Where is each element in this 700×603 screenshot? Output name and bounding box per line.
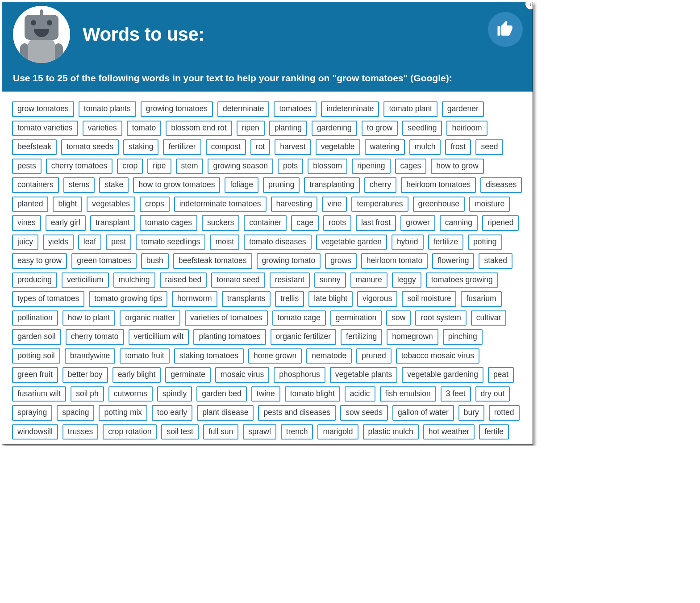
keyword-tag[interactable]: early blight [112, 367, 161, 383]
keyword-tag[interactable]: tomato plants [79, 101, 136, 117]
keyword-tag[interactable]: bush [141, 253, 169, 269]
keyword-tag[interactable]: suckers [202, 215, 239, 231]
keyword-tag[interactable]: windowsill [12, 424, 58, 440]
keyword-tag[interactable]: fertilizer [163, 139, 201, 155]
keyword-tag[interactable]: transplants [222, 291, 271, 307]
keyword-tag[interactable]: plastic mulch [363, 424, 419, 440]
keyword-tag[interactable]: watering [365, 139, 405, 155]
keyword-tag[interactable]: transplant [90, 215, 135, 231]
keyword-tag[interactable]: tomato [127, 121, 162, 136]
keyword-tag[interactable]: verticillium wilt [129, 329, 189, 345]
keyword-tag[interactable]: leaf [78, 234, 101, 250]
keyword-tag[interactable]: phosphorus [274, 367, 325, 383]
keyword-tag[interactable]: tomato plant [383, 101, 437, 117]
keyword-tag[interactable]: last frost [356, 215, 396, 231]
keyword-tag[interactable]: cultivar [471, 310, 506, 326]
keyword-tag[interactable]: pruning [263, 177, 300, 193]
keyword-tag[interactable]: pollination [12, 310, 58, 326]
keyword-tag[interactable]: blight [53, 197, 82, 212]
keyword-tag[interactable]: beefsteak tomatoes [173, 253, 252, 269]
keyword-tag[interactable]: yields [43, 234, 74, 250]
keyword-tag[interactable]: beefsteak [12, 139, 57, 155]
thumbs-up-button[interactable] [488, 12, 523, 47]
keyword-tag[interactable]: tomato seedlings [136, 234, 205, 250]
keyword-tag[interactable]: indeterminate tomatoes [174, 197, 267, 212]
keyword-tag[interactable]: ripening [352, 159, 390, 174]
keyword-tag[interactable]: tomato seed [211, 272, 265, 288]
keyword-tag[interactable]: brandywine [65, 348, 116, 364]
keyword-tag[interactable]: rotted [489, 405, 520, 421]
keyword-tag[interactable]: moist [210, 234, 239, 250]
keyword-tag[interactable]: sprawl [243, 424, 276, 440]
keyword-tag[interactable]: cherry tomatoes [46, 159, 112, 174]
keyword-tag[interactable]: tomato diseases [244, 234, 311, 250]
keyword-tag[interactable]: late blight [308, 291, 353, 307]
keyword-tag[interactable]: potting soil [12, 348, 60, 364]
keyword-tag[interactable]: spindly [157, 386, 192, 402]
keyword-tag[interactable]: leggy [392, 272, 421, 288]
keyword-tag[interactable]: stake [99, 177, 129, 193]
keyword-tag[interactable]: mosaic virus [215, 367, 269, 383]
keyword-tag[interactable]: moisture [469, 197, 510, 212]
keyword-tag[interactable]: tomato varieties [12, 121, 78, 136]
keyword-tag[interactable]: cherry [364, 177, 397, 193]
keyword-tag[interactable]: crop rotation [103, 424, 157, 440]
keyword-tag[interactable]: homegrown [387, 329, 438, 345]
keyword-tag[interactable]: harvest [275, 139, 311, 155]
keyword-tag[interactable]: vegetable [316, 139, 360, 155]
keyword-tag[interactable]: germinate [165, 367, 211, 383]
keyword-tag[interactable]: resistant [270, 272, 310, 288]
keyword-tag[interactable]: soil ph [71, 386, 104, 402]
keyword-tag[interactable]: heirloom tomato [361, 253, 428, 269]
keyword-tag[interactable]: trusses [62, 424, 98, 440]
keyword-tag[interactable]: 3 feet [441, 386, 471, 402]
keyword-tag[interactable]: staking tomatoes [174, 348, 244, 364]
keyword-tag[interactable]: compost [206, 139, 246, 155]
keyword-tag[interactable]: marigold [317, 424, 358, 440]
keyword-tag[interactable]: types of tomatoes [12, 291, 84, 307]
keyword-tag[interactable]: ripen [237, 121, 265, 136]
keyword-tag[interactable]: soil moisture [402, 291, 456, 307]
keyword-tag[interactable]: growing tomato [257, 253, 321, 269]
keyword-tag[interactable]: vegetable plants [330, 367, 397, 383]
keyword-tag[interactable]: grows [325, 253, 357, 269]
keyword-tag[interactable]: crop [117, 159, 143, 174]
keyword-tag[interactable]: tomato seeds [61, 139, 119, 155]
keyword-tag[interactable]: verticillium [62, 272, 109, 288]
keyword-tag[interactable]: soil test [161, 424, 198, 440]
keyword-tag[interactable]: pruned [356, 348, 392, 364]
keyword-tag[interactable]: tomatoes growing [426, 272, 498, 288]
keyword-tag[interactable]: organic fertilizer [271, 329, 337, 345]
keyword-tag[interactable]: flowering [432, 253, 474, 269]
keyword-tag[interactable]: grow tomatoes [12, 101, 74, 117]
keyword-tag[interactable]: fusarium wilt [12, 386, 66, 402]
keyword-tag[interactable]: varieties [83, 121, 122, 136]
keyword-tag[interactable]: acidic [345, 386, 375, 402]
keyword-tag[interactable]: to grow [362, 121, 398, 136]
keyword-tag[interactable]: fusarium [461, 291, 501, 307]
keyword-tag[interactable]: how to grow tomatoes [133, 177, 220, 193]
keyword-tag[interactable]: staking [123, 139, 158, 155]
keyword-tag[interactable]: foliage [225, 177, 258, 193]
keyword-tag[interactable]: producing [12, 272, 57, 288]
keyword-tag[interactable]: bury [458, 405, 484, 421]
keyword-tag[interactable]: nematode [306, 348, 352, 364]
keyword-tag[interactable]: hybrid [392, 234, 424, 250]
keyword-tag[interactable]: home grown [248, 348, 302, 364]
keyword-tag[interactable]: raised bed [160, 272, 207, 288]
keyword-tag[interactable]: heirloom tomatoes [401, 177, 476, 193]
keyword-tag[interactable]: fertilizing [341, 329, 382, 345]
keyword-tag[interactable]: too early [152, 405, 192, 421]
keyword-tag[interactable]: sunny [314, 272, 346, 288]
keyword-tag[interactable]: fertile [479, 424, 509, 440]
keyword-tag[interactable]: vigorous [357, 291, 397, 307]
keyword-tag[interactable]: pest [106, 234, 131, 250]
keyword-tag[interactable]: hornworm [172, 291, 217, 307]
keyword-tag[interactable]: pests and diseases [258, 405, 336, 421]
keyword-tag[interactable]: how to plant [62, 310, 115, 326]
keyword-tag[interactable]: tomato fruit [120, 348, 170, 364]
keyword-tag[interactable]: organic matter [120, 310, 180, 326]
keyword-tag[interactable]: grower [400, 215, 435, 231]
keyword-tag[interactable]: varieties of tomatoes [185, 310, 267, 326]
keyword-tag[interactable]: twine [251, 386, 280, 402]
